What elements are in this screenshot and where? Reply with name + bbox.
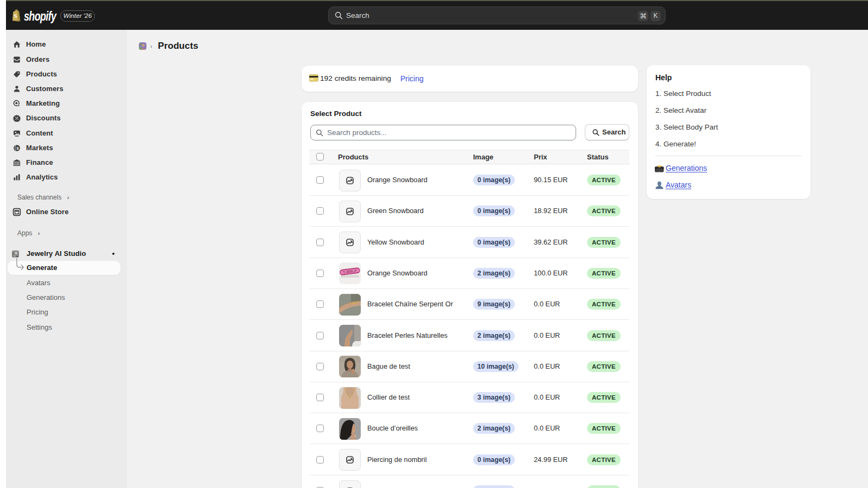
- svg-text:$: $: [16, 146, 19, 151]
- svg-text:JAIS: JAIS: [13, 255, 16, 258]
- svg-text:S: S: [14, 13, 17, 19]
